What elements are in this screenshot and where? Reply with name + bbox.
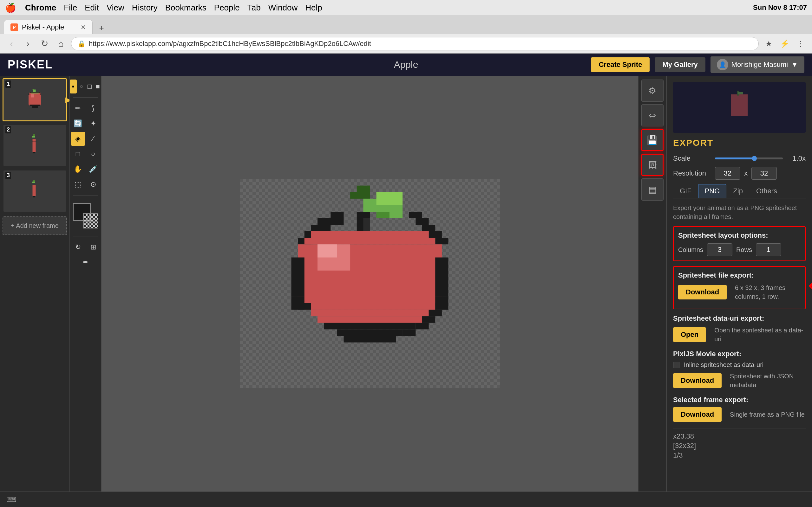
settings-button[interactable]: ⚙ — [641, 79, 664, 102]
svg-rect-11 — [32, 136, 35, 137]
resolution-width-input[interactable] — [715, 167, 740, 180]
menubar-bookmarks[interactable]: Bookmarks — [165, 3, 206, 13]
pixeljs-download-button[interactable]: Download — [673, 373, 722, 388]
color-preview[interactable] — [73, 203, 98, 228]
pen-tool[interactable]: ✏ — [71, 101, 85, 115]
tab-gif[interactable]: GIF — [673, 184, 698, 198]
pan-row: ✋ 💉 — [70, 162, 101, 176]
spritesheet-download-button[interactable]: Download — [678, 285, 727, 299]
menubar-window[interactable]: Window — [268, 3, 298, 13]
side-toolbar: ⚙ ⇔ 💾 🖼 ▤ — [638, 76, 666, 492]
my-gallery-button[interactable]: My Gallery — [655, 57, 705, 72]
checker-tool[interactable]: ⊞ — [86, 240, 100, 254]
tab-png[interactable]: PNG — [698, 184, 727, 198]
canvas-area[interactable] — [101, 76, 638, 492]
stroke-1px-button[interactable]: ▪ — [70, 79, 77, 94]
scale-slider[interactable] — [715, 158, 783, 159]
export-panel: EXPORT Scale 1.0x Resolution x GIF PNG — [666, 76, 812, 492]
svg-rect-54 — [415, 323, 428, 330]
open-button[interactable]: Open — [673, 327, 706, 342]
animation-row: ↻ ⊞ — [70, 240, 101, 254]
rows-input[interactable] — [756, 243, 781, 256]
menubar-file[interactable]: File — [64, 3, 77, 13]
frame-1-preview — [22, 87, 48, 112]
tab-zip[interactable]: Zip — [726, 184, 750, 198]
user-menu[interactable]: 👤 Morishige Masumi ▼ — [711, 56, 804, 73]
move-tool[interactable]: ⟆ — [86, 101, 100, 115]
svg-rect-58 — [731, 95, 748, 116]
menu-button[interactable]: ⋮ — [794, 38, 807, 50]
resolution-label: Resolution — [673, 169, 711, 177]
tab-close-button[interactable]: ✕ — [81, 23, 86, 31]
rect-row: □ ○ — [70, 147, 101, 161]
active-tab[interactable]: P Piskel - Apple ✕ — [4, 20, 93, 34]
stroke-3px-button[interactable]: □ — [86, 79, 93, 94]
svg-rect-1 — [33, 90, 36, 92]
menubar-tab[interactable]: Tab — [247, 3, 261, 13]
pan-tool[interactable]: ✋ — [71, 162, 85, 176]
menubar-history[interactable]: History — [132, 3, 158, 13]
stroke-2px-button[interactable]: ▫ — [78, 79, 85, 94]
menubar-people[interactable]: People — [214, 3, 240, 13]
extra-row: ✒ — [70, 256, 101, 269]
tool-divider-3 — [73, 236, 98, 236]
menubar-edit[interactable]: Edit — [85, 3, 99, 13]
scale-slider-thumb — [752, 156, 757, 161]
tab-others[interactable]: Others — [750, 184, 784, 198]
frame-number-3: 3 — [5, 172, 11, 179]
svg-rect-51 — [435, 297, 448, 309]
piskel-logo: PiSKEL — [8, 58, 53, 71]
menubar-help[interactable]: Help — [305, 3, 322, 13]
address-bar[interactable]: 🔒 https://www.piskelapp.com/p/agxzfnBpc2… — [71, 37, 759, 50]
new-tab-button[interactable]: + — [95, 21, 108, 34]
resolution-height-input[interactable] — [751, 167, 777, 180]
image-button[interactable]: 🖼 — [641, 154, 664, 176]
extra-tool[interactable]: ✒ — [79, 256, 93, 269]
ellipse-tool[interactable]: ○ — [86, 147, 100, 161]
background-color[interactable] — [83, 213, 98, 228]
lasso-tool[interactable]: 🔄 — [71, 117, 85, 130]
add-frame-button[interactable]: + Add new frame — [3, 216, 67, 235]
eraser-tool[interactable]: ◈ — [71, 132, 85, 146]
reload-button[interactable]: ↻ — [38, 38, 51, 50]
eyedropper-tool[interactable]: 💉 — [86, 162, 100, 176]
home-button[interactable]: ⌂ — [55, 38, 67, 50]
frame-item-2[interactable]: 2 — [3, 124, 67, 167]
frame-item-1[interactable]: 1 ▶ — [3, 78, 67, 121]
select-row: ⬚ ⊙ — [70, 177, 101, 191]
pixel-canvas[interactable] — [240, 179, 500, 388]
rect-select-tool[interactable]: ⬚ — [71, 177, 85, 191]
svg-rect-39 — [305, 303, 436, 310]
forward-button[interactable]: › — [21, 38, 34, 50]
lighten-tool[interactable]: ⁄ — [86, 132, 100, 146]
frame-display: 1/3 — [673, 451, 806, 459]
menubar-view[interactable]: View — [107, 3, 124, 13]
frame-item-3[interactable]: 3 — [3, 170, 67, 213]
layers-button[interactable]: ▤ — [641, 178, 664, 201]
frame-2-preview — [22, 133, 48, 158]
export-preview — [673, 82, 806, 133]
animation-tool[interactable]: ↻ — [71, 240, 85, 254]
download-row: Download 6 x 32 x, 3 framescolumns, 1 ro… — [678, 283, 801, 301]
stroke-style-row: ▪ ▫ □ ■ — [70, 79, 101, 94]
tool-divider-2 — [73, 195, 98, 195]
resize-button[interactable]: ⇔ — [641, 104, 664, 126]
keyboard-button[interactable]: ⌨ — [5, 493, 18, 506]
frame-download-button[interactable]: Download — [673, 407, 722, 422]
extensions-button[interactable]: ⚡ — [778, 38, 791, 50]
spritesheet-data-title: Spritesheet data-uri export: — [673, 314, 806, 323]
svg-rect-18 — [33, 196, 35, 198]
columns-input[interactable] — [707, 243, 732, 256]
back-button[interactable]: ‹ — [5, 38, 18, 50]
stroke-4px-button[interactable]: ■ — [94, 79, 101, 94]
rect-tool[interactable]: □ — [71, 147, 85, 161]
apple-menu[interactable]: 🍎 — [5, 3, 16, 13]
create-sprite-button[interactable]: Create Sprite — [591, 57, 650, 72]
inline-checkbox[interactable] — [673, 362, 679, 368]
lasso-select-tool[interactable]: ⊙ — [86, 177, 100, 191]
menubar-chrome[interactable]: Chrome — [25, 3, 56, 13]
export-button[interactable]: 💾 — [641, 129, 664, 151]
bookmark-button[interactable]: ★ — [763, 38, 775, 50]
frame-desc: Single frame as a PNG file — [730, 410, 805, 419]
magic-wand-tool[interactable]: ✦ — [86, 117, 100, 130]
